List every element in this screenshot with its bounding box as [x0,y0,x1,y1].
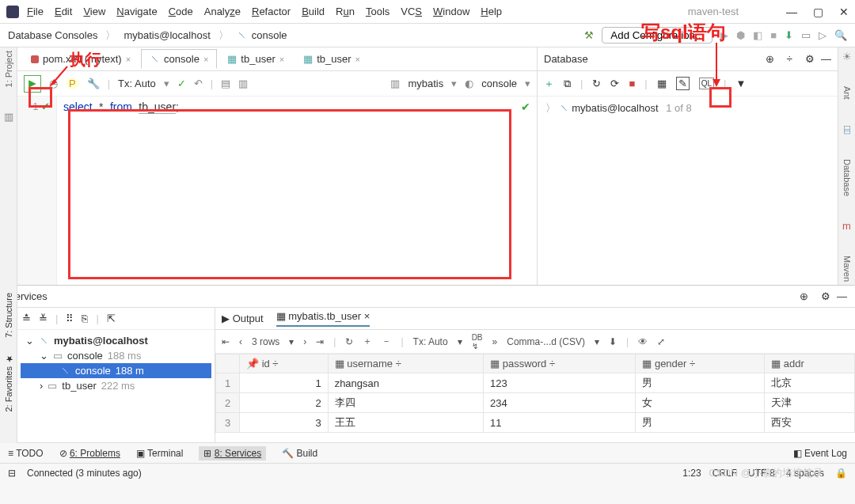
status-icon[interactable]: ⊟ [8,468,16,479]
tx-mode[interactable]: Tx: Auto [118,78,156,89]
next-page-icon[interactable]: › [303,336,306,347]
menu-code[interactable]: Code [169,6,193,17]
main-menu[interactable]: File Edit View Navigate Code Analyze Ref… [27,6,502,17]
jump-to-console-icon[interactable]: ✎ [676,77,690,90]
menu-tools[interactable]: Tools [366,6,390,17]
collapse-icon[interactable]: ÷ [787,53,792,65]
maximize-icon[interactable]: ▢ [813,6,823,18]
debug-icon[interactable]: ⬢ [736,29,745,41]
table-icon[interactable]: ▦ [657,78,667,89]
database-tree[interactable]: 〉 ⟍ mybatis@localhost 1 of 8 [538,97,838,120]
history-icon[interactable]: ◷ [49,78,58,89]
left-tool-stripe[interactable]: 1: Project ▥ [0,47,17,285]
console-select[interactable]: console [481,78,517,89]
sql-editor[interactable]: 1 ✔ select * from tb_user; ✔ [17,97,537,285]
git-icon[interactable]: ⬇ [785,29,793,41]
output-tab[interactable]: ▶ Output [222,313,264,324]
expand-icon[interactable]: ≛ [22,313,31,324]
reload-icon[interactable]: ↻ [345,336,353,347]
menu-file[interactable]: File [27,6,44,17]
project-tool-button[interactable]: 1: Project [4,51,13,87]
sync-icon[interactable]: ⟳ [610,78,619,89]
group-icon[interactable]: ⠿ [66,313,74,324]
build-button[interactable]: 🔨 Build [282,448,317,459]
commit-icon[interactable]: ✓ [177,78,186,89]
breadcrumb-db[interactable]: mybatis@localhost [124,29,210,41]
add-datasource-icon[interactable]: ＋ [544,77,554,91]
export-select[interactable]: Comma-...d (CSV) [507,336,585,347]
first-page-icon[interactable]: ⇤ [222,336,230,347]
rollback-icon[interactable]: ↶ [194,78,203,89]
right-tool-stripe[interactable]: ☀ Ant ⌸ Database m Maven [838,47,855,285]
services-button[interactable]: ⊞ 8: Services [199,446,266,460]
add-configuration-button[interactable]: Add Configuration... [602,27,712,44]
eye-icon[interactable]: 👁 [638,336,648,347]
search-icon[interactable]: 🔍 [834,29,847,41]
menu-view[interactable]: View [83,6,105,17]
layout-icon[interactable]: ▤ [221,78,230,89]
structure-tool-button[interactable]: 7: Structure [4,293,13,338]
breadcrumb-root[interactable]: Database Consoles [8,29,97,41]
tab-pom[interactable]: pom.xml (mytext)× [22,49,139,69]
last-page-icon[interactable]: ⇥ [316,336,324,347]
services-target-icon[interactable]: ⊕ [800,290,808,302]
add-row-icon[interactable]: ＋ [363,335,372,348]
ant-tool-button[interactable]: Ant [842,86,852,100]
hammer-icon[interactable]: ⚒ [584,29,594,41]
play-tool-icon[interactable]: ▷ [819,29,826,41]
breadcrumb-console[interactable]: console [252,29,287,41]
settings-icon[interactable]: 🔧 [87,78,100,89]
tab-tbuser2[interactable]: ▦tb_user× [294,49,369,69]
duplicate-icon[interactable]: ⧉ [564,78,571,90]
remove-row-icon[interactable]: － [382,335,391,348]
encoding[interactable]: UTF-8 [748,468,775,479]
db-icon[interactable]: DB↯ [472,333,483,351]
services-tree[interactable]: ⌄⟍mybatis@localhost ⌄▭console188 ms ⟍con… [17,330,215,396]
grid-tx-mode[interactable]: Tx: Auto [413,336,448,347]
refresh-icon[interactable]: ↻ [592,78,601,89]
stop-icon[interactable]: ■ [770,29,777,41]
filter-icon[interactable]: ▼ [735,78,746,89]
maven-tool-button[interactable]: Maven [842,256,852,282]
minimize-icon[interactable]: ― [786,6,797,18]
pin-icon[interactable]: ⇱ [107,313,116,324]
download-icon[interactable]: ⬇ [609,336,617,347]
menu-navigate[interactable]: Navigate [116,6,157,17]
grid-tab[interactable]: ▦ mybatis.tb_user × [276,310,370,327]
menu-run[interactable]: Run [336,6,355,17]
close-icon[interactable]: ✕ [839,6,849,18]
caret-pos[interactable]: 1:23 [682,468,701,479]
prev-page-icon[interactable]: ‹ [239,336,242,347]
menu-window[interactable]: Window [433,6,469,17]
todo-button[interactable]: ≡ TODO [8,448,44,459]
view-icon[interactable]: ⎘ [82,313,88,324]
execute-button[interactable] [24,75,41,93]
menu-help[interactable]: Help [481,6,502,17]
menu-edit[interactable]: Edit [55,6,72,17]
services-gear-icon[interactable]: ⚙ [821,290,830,302]
database-tool-button[interactable]: Database [842,159,852,196]
run-icon[interactable]: ▶ [720,29,728,41]
favorites-tool-button[interactable]: 2: Favorites ★ [3,354,13,412]
line-ending[interactable]: CRLF [712,468,737,479]
hide-icon[interactable]: — [821,53,831,65]
menu-build[interactable]: Build [302,6,325,17]
event-log-button[interactable]: ◧ Event Log [793,448,847,459]
result-grid[interactable]: 📌 id ÷ ▦ username ÷ ▦ password ÷ ▦ gende… [215,354,855,433]
indent[interactable]: 4 spaces [786,468,824,479]
layout2-icon[interactable]: ▥ [238,78,248,89]
menu-refactor[interactable]: Refactor [252,6,291,17]
plan-icon[interactable]: P [66,78,79,89]
schema-select[interactable]: mybatis [408,78,443,89]
target-icon[interactable]: ⊕ [766,53,774,65]
problems-button[interactable]: ⊘ 6: Problems [59,448,120,459]
tab-console[interactable]: ⟍console× [141,49,217,69]
gear-icon[interactable]: ⚙ [805,53,815,65]
services-hide-icon[interactable]: — [837,290,847,302]
coverage-icon[interactable]: ◧ [753,29,762,41]
menu-analyze[interactable]: Analyze [204,6,241,17]
maximize-grid-icon[interactable]: ⤢ [657,336,665,347]
ql-icon[interactable]: QL [699,78,714,89]
collapse-all-icon[interactable]: ≚ [39,313,48,324]
lock-icon[interactable]: 🔒 [835,468,847,479]
